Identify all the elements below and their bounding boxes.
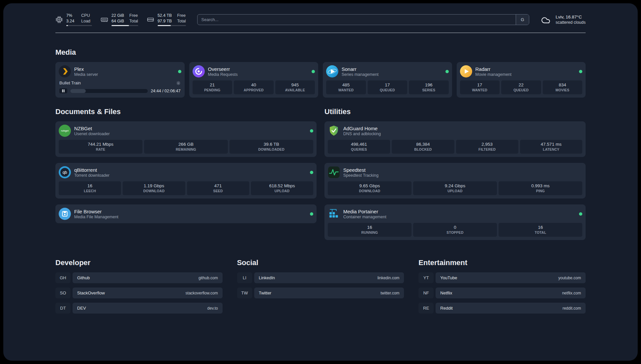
stat-value: 40 xyxy=(235,82,272,87)
bookmark-dev[interactable]: DT DEV dev.to xyxy=(55,303,223,314)
stat-label: SEED xyxy=(188,189,248,193)
ram-icon xyxy=(101,16,108,23)
stat-label: FILTERED xyxy=(457,147,517,151)
stat-tile: 945 AVAILABLE xyxy=(275,80,315,94)
disk-icon xyxy=(147,16,154,23)
stat-label: LEECH xyxy=(60,189,120,193)
entertainment-heading: Entertainment xyxy=(418,258,586,267)
stat-label: UPLOAD xyxy=(252,189,312,193)
service-name: Sonarr xyxy=(342,66,379,72)
search-bar: G xyxy=(197,14,529,25)
stat-value: 196 xyxy=(410,82,447,87)
filebrowser-link[interactable]: File Browser Media File Management xyxy=(59,208,313,220)
bookmarks: Developer GH Github github.com SO StackO… xyxy=(55,258,586,314)
bookmark-name: Netflix xyxy=(440,290,452,295)
dashboard: 7% CPU 3.24 Load 22 GiB Free xyxy=(3,3,638,361)
qbittorrent-link[interactable]: qb qBittorrent Torrent downloader xyxy=(59,166,313,178)
utilities-section: Utilities AdGuard Home DNS and adblockin… xyxy=(324,107,586,240)
stat-tile: 834 MOVIES xyxy=(543,80,583,94)
portainer-link[interactable]: Media Portainer Container management xyxy=(328,208,582,220)
media-heading: Media xyxy=(55,48,586,57)
bookmark-linkedin[interactable]: LI LinkedIn linkedin.com xyxy=(237,272,404,283)
bookmark-reddit[interactable]: RE Reddit reddit.com xyxy=(418,303,586,314)
service-subtitle: Media Requests xyxy=(208,72,238,77)
stat-value: 618.52 Mbps xyxy=(252,183,312,188)
bookmark-name: Reddit xyxy=(440,306,453,311)
svg-text:qb: qb xyxy=(63,170,67,175)
stat-label: STOPPED xyxy=(414,230,496,234)
disk-free-label: Free xyxy=(177,13,186,18)
status-dot xyxy=(579,70,582,73)
cloud-icon xyxy=(540,15,552,24)
bookmark-url: linkedin.com xyxy=(378,276,400,280)
overseerr-link[interactable]: Overseerr Media Requests xyxy=(193,65,315,77)
bookmark-netflix[interactable]: NF Netflix netflix.com xyxy=(418,288,586,298)
bookmark-abbr: SO xyxy=(55,288,71,298)
filebrowser-icon xyxy=(59,208,71,220)
search-input[interactable] xyxy=(198,15,516,25)
pause-button[interactable] xyxy=(59,88,67,93)
status-dot xyxy=(310,212,313,216)
stat-tile: 16 TOTAL xyxy=(499,223,582,237)
documents-section: Documents & Files nzbget NZBGet Usenet d… xyxy=(55,107,317,223)
bookmark-github[interactable]: GH Github github.com xyxy=(55,272,223,283)
cpu-load-label: Load xyxy=(81,19,92,24)
stat-value: 16 xyxy=(329,225,410,230)
adguard-icon xyxy=(328,125,340,137)
service-subtitle: Series management xyxy=(342,72,379,77)
disk-widget: 52.4 TB Free 97.9 TB Total xyxy=(147,13,186,26)
plex-icon xyxy=(59,65,71,77)
stat-label: DOWNLOAD xyxy=(124,189,184,193)
stat-label: UPLOAD xyxy=(414,189,496,193)
plex-link[interactable]: Plex Media server xyxy=(59,65,181,77)
adguard-link[interactable]: AdGuard Home DNS and adblocking xyxy=(328,125,582,137)
speedtest-link[interactable]: Speedtest Speedtest Tracking xyxy=(328,166,582,178)
service-name: Speedtest xyxy=(343,167,379,173)
bookmark-abbr: GH xyxy=(55,272,71,283)
documents-heading: Documents & Files xyxy=(55,107,317,116)
stat-label: WANTED xyxy=(327,88,365,92)
social-group: Social LI LinkedIn linkedin.com TW Twitt… xyxy=(237,258,404,298)
service-name: File Browser xyxy=(74,209,118,214)
stat-value: 17 xyxy=(369,82,406,87)
bookmark-youtube[interactable]: YT YouTube youtube.com xyxy=(418,272,586,283)
gear-icon[interactable] xyxy=(176,81,181,85)
bookmark-stackoverflow[interactable]: SO StackOverflow stackoverflow.com xyxy=(55,288,223,298)
disk-free-value: 52.4 TB xyxy=(158,13,172,18)
service-name: Radarr xyxy=(475,66,512,72)
memory-free-value: 22 GiB xyxy=(111,13,124,18)
stat-value: 39.6 TB xyxy=(231,142,312,147)
bookmark-twitter[interactable]: TW Twitter twitter.com xyxy=(237,288,404,298)
bookmark-url: netflix.com xyxy=(562,291,581,295)
stat-label: BLOCKED xyxy=(393,147,453,151)
playback-progress-bar xyxy=(70,89,148,93)
disk-total-label: Total xyxy=(177,19,186,24)
service-name: qBittorrent xyxy=(74,167,109,173)
cpu-widget: 7% CPU 3.24 Load xyxy=(55,13,92,26)
nzbget-link[interactable]: nzbget NZBGet Usenet downloader xyxy=(59,125,313,137)
stat-label: QUEUED xyxy=(369,88,406,92)
memory-widget: 22 GiB Free 64 GiB Total xyxy=(101,13,138,26)
cpu-icon xyxy=(55,16,63,23)
stat-tile: 9.24 Gbps UPLOAD xyxy=(413,181,497,195)
stat-value: 9.65 Gbps xyxy=(329,183,410,188)
bookmark-abbr: DT xyxy=(55,303,71,314)
stat-tile: 16 RUNNING xyxy=(328,223,412,237)
now-playing-title: Bullet Train xyxy=(59,80,81,85)
sonarr-link[interactable]: Sonarr Series management xyxy=(326,65,449,77)
filebrowser-card: File Browser Media File Management xyxy=(55,204,317,223)
service-subtitle: Speedtest Tracking xyxy=(343,173,379,178)
cpu-usage-value: 7% xyxy=(66,13,76,18)
bookmark-url: github.com xyxy=(198,276,218,280)
search-provider-button[interactable]: G xyxy=(516,15,529,25)
stat-label: AVAILABLE xyxy=(277,88,314,92)
disk-total-value: 97.9 TB xyxy=(158,19,172,24)
stat-tile: 196 SERIES xyxy=(409,80,449,94)
topbar: 7% CPU 3.24 Load 22 GiB Free xyxy=(55,13,586,26)
stat-tile: 86,384 BLOCKED xyxy=(392,140,454,154)
radarr-link[interactable]: Radarr Movie management xyxy=(460,65,583,77)
stat-tile: 16 LEECH xyxy=(59,181,121,195)
stat-value: 744.21 Mbps xyxy=(60,142,141,147)
stat-tile: 17 QUEUED xyxy=(368,80,408,94)
stat-value: 266 GB xyxy=(145,142,227,147)
